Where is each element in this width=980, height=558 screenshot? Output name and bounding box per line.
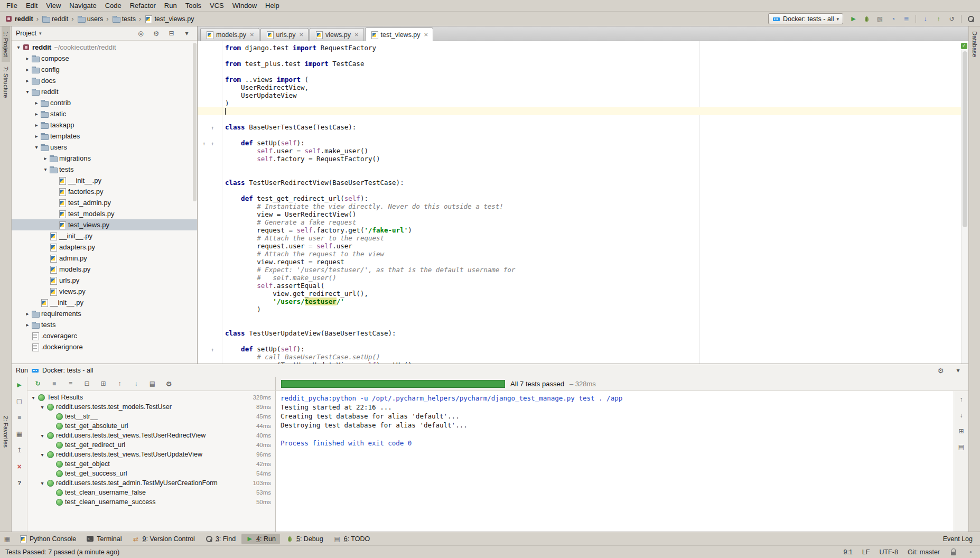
tree-item-templates[interactable]: ▸templates: [12, 131, 197, 142]
tree-item-taskapp[interactable]: ▸taskapp: [12, 119, 197, 131]
console-down-button[interactable]: [955, 410, 967, 421]
tree-item-test-admin-py[interactable]: test_admin.py: [12, 197, 197, 208]
code-line[interactable]: [198, 107, 968, 115]
override-marker-icon[interactable]: ↑: [209, 140, 216, 147]
code-line[interactable]: def setUp(self):: [198, 345, 968, 353]
chevron-expanded-icon[interactable]: ▾: [39, 433, 46, 439]
chevron-collapsed-icon[interactable]: ▸: [24, 67, 31, 72]
test-toolbar-collapse-button[interactable]: [81, 378, 93, 389]
tab-views-py[interactable]: views.py×: [310, 28, 364, 41]
code-line[interactable]: [198, 171, 968, 179]
console-export-button[interactable]: [955, 441, 967, 453]
code-line[interactable]: # Generate a fake request: [198, 218, 968, 226]
code-line[interactable]: [198, 337, 968, 345]
tree-item-models-py[interactable]: models.py: [12, 264, 197, 275]
tree-item-views-py[interactable]: views.py: [12, 286, 197, 297]
test-item-test-get-success-url[interactable]: test_get_success_url54ms: [27, 469, 275, 478]
code-line[interactable]: [198, 68, 968, 76]
toolwindow-run[interactable]: 4: Run: [241, 534, 280, 544]
override-marker-icon[interactable]: ↑: [209, 346, 216, 354]
test-item-test-get-redirect-url[interactable]: test_get_redirect_url40ms: [27, 440, 275, 450]
toolwindow-todo[interactable]: 6: TODO: [329, 534, 375, 544]
run-console[interactable]: reddit_pycha:python -u /opt/.pycharm_hel…: [276, 391, 954, 532]
tree-item-test-models-py[interactable]: test_models.py: [12, 208, 197, 219]
code-line[interactable]: [198, 52, 968, 60]
chevron-collapsed-icon[interactable]: ▸: [33, 122, 40, 128]
toolbar-history-button[interactable]: [946, 13, 958, 25]
code-line[interactable]: from ..views import (: [198, 76, 968, 83]
toolwindow-terminal[interactable]: Terminal: [82, 534, 126, 544]
menu-code[interactable]: Code: [101, 1, 126, 11]
tree-item-test-views-py[interactable]: test_views.py: [12, 219, 197, 230]
code-line[interactable]: '/users/testuser/': [198, 297, 968, 305]
code-line[interactable]: self.assertEqual(: [198, 282, 968, 290]
code-line[interactable]: view = UserRedirectView(): [198, 210, 968, 218]
tree-item-factories-py[interactable]: factories.py: [12, 186, 197, 197]
code-line[interactable]: request = self.factory.get('/fake-url'): [198, 226, 968, 234]
breadcrumb-item-users[interactable]: users: [76, 15, 105, 23]
code-line[interactable]: [198, 321, 968, 329]
project-tree-scrollbar[interactable]: [193, 43, 197, 201]
run-stripe-grid-button[interactable]: [13, 428, 25, 440]
project-header-locate-button[interactable]: [135, 27, 147, 39]
tree-item-migrations[interactable]: ▸migrations: [12, 153, 197, 164]
editor-scrollbar-thumb[interactable]: [963, 51, 967, 227]
editor-scrollbar[interactable]: [961, 50, 968, 364]
test-toolbar-stop-button[interactable]: [48, 378, 60, 389]
menu-tools[interactable]: Tools: [181, 1, 206, 11]
code-line[interactable]: # Instantiate the view directly. Never d…: [198, 202, 968, 210]
code-line[interactable]: from django.test import RequestFactory: [198, 44, 968, 52]
override-marker-icon[interactable]: ↑: [209, 124, 216, 132]
code-line[interactable]: ): [198, 305, 968, 313]
chevron-collapsed-icon[interactable]: ▸: [24, 55, 31, 61]
toolbar-vcs-commit-button[interactable]: [932, 13, 945, 25]
chevron-expanded-icon[interactable]: ▾: [39, 480, 46, 486]
test-toolbar-export-button[interactable]: [146, 378, 158, 389]
chevron-collapsed-icon[interactable]: ▸: [33, 100, 40, 106]
run-config-selector[interactable]: Docker: tests - all ▾: [768, 13, 843, 24]
menu-edit[interactable]: Edit: [22, 1, 42, 11]
tab-test-views-py[interactable]: test_views.py×: [365, 27, 434, 41]
test-item-reddit-users-tests-test-models-testuser[interactable]: ▾reddit.users.tests.test_models.TestUser…: [27, 402, 275, 412]
test-item-test-clean-username-false[interactable]: test_clean_username_false53ms: [27, 488, 275, 497]
tree-item-urls-py[interactable]: urls.py: [12, 275, 197, 286]
tree-item-adapters-py[interactable]: adapters.py: [12, 241, 197, 253]
menu-navigate[interactable]: Navigate: [65, 1, 100, 11]
tree-item-reddit[interactable]: ▾reddit: [12, 86, 197, 97]
code-line[interactable]: class BaseUserTestCase(TestCase):: [198, 123, 968, 131]
code-line[interactable]: request.user = self.user: [198, 242, 968, 250]
menu-view[interactable]: View: [42, 1, 65, 11]
toolbar-debug-button[interactable]: [861, 13, 873, 25]
menu-window[interactable]: Window: [228, 1, 261, 11]
chevron-collapsed-icon[interactable]: ▸: [33, 133, 40, 139]
tree-item-static[interactable]: ▸static: [12, 108, 197, 119]
code-line[interactable]: # Attach the user to the request: [198, 234, 968, 242]
chevron-collapsed-icon[interactable]: ▸: [42, 155, 49, 161]
tree-item-requirements[interactable]: ▸requirements: [12, 308, 197, 319]
tool-stripe-database[interactable]: Database: [970, 26, 979, 62]
toolbar-vcs-update-button[interactable]: [919, 13, 931, 25]
run-stripe-close-button[interactable]: [13, 461, 25, 472]
menu-vcs[interactable]: VCS: [206, 1, 228, 11]
chevron-expanded-icon[interactable]: ▾: [33, 144, 40, 150]
code-line[interactable]: [198, 115, 968, 123]
close-icon[interactable]: ×: [299, 31, 303, 39]
run-header-hide-button[interactable]: [952, 365, 964, 376]
run-stripe-run-button[interactable]: [13, 379, 25, 390]
notifications-icon[interactable]: [967, 548, 975, 556]
code-line[interactable]: view.request = request: [198, 258, 968, 266]
toolbar-concurrency-button[interactable]: [900, 13, 912, 25]
close-icon[interactable]: ×: [250, 31, 254, 39]
project-header-hide-button[interactable]: [181, 27, 193, 39]
menu-refactor[interactable]: Refactor: [126, 1, 160, 11]
run-stripe-stop-button[interactable]: [13, 412, 25, 423]
chevron-expanded-icon[interactable]: ▾: [39, 452, 46, 458]
toolwindow-event-log[interactable]: Event Log: [939, 534, 977, 544]
test-item-reddit-users-tests-test-views-testuserredirectview[interactable]: ▾reddit.users.tests.test_views.TestUserR…: [27, 431, 275, 440]
code-line[interactable]: ): [198, 99, 968, 107]
test-toolbar-settings-button[interactable]: [163, 378, 175, 389]
chevron-expanded-icon[interactable]: ▾: [42, 166, 49, 172]
tree-item-tests[interactable]: ▾tests: [12, 164, 197, 175]
console-up-button[interactable]: [955, 394, 967, 405]
readonly-lock-icon[interactable]: [949, 548, 957, 556]
